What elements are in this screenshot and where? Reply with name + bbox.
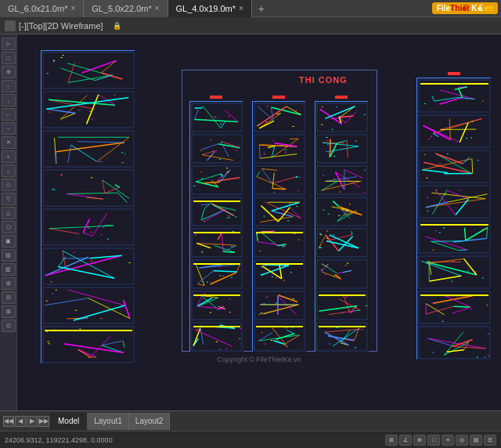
toolbar-btn-9[interactable]: ○ <box>2 164 16 177</box>
toolbar-btn-1[interactable]: □ <box>2 52 16 64</box>
toolbar-btn-16[interactable]: ▥ <box>2 263 16 276</box>
nav-last-button[interactable]: ▶▶ <box>38 416 49 427</box>
copyright-text: Copyright © FileThietKe.vn <box>217 356 301 363</box>
red-mark-4 <box>335 96 348 99</box>
status-icon-2[interactable]: ∠ <box>399 435 412 446</box>
toolbar-btn-2[interactable]: ⊕ <box>2 66 16 78</box>
view-header: [-][Top][2D Wireframe] 🔒 <box>0 17 501 34</box>
status-icon-7[interactable]: ▤ <box>470 435 482 446</box>
main-area: ▷ □ ⊕ ↑ ↓ ← → ✕ + ○ ◇ ▽ △ ⬡ ▣ ▤ ▥ ⊞ ⊟ ⊠ … <box>0 34 501 410</box>
layout1-tab[interactable]: Layout1 <box>88 413 129 430</box>
red-mark-5 <box>448 72 460 75</box>
drawing-column-4 <box>315 101 368 352</box>
coordinates-display: 24206.9312, 119221.4298, 0.0000 <box>5 436 113 444</box>
view-title: [-][Top][2D Wireframe] <box>19 21 103 31</box>
toolbar-btn-5[interactable]: ← <box>2 108 16 121</box>
view-mode-icon <box>5 20 16 31</box>
tab-gl-6[interactable]: GL_6.0x21.0m* × <box>0 0 84 17</box>
title-bar: GL_6.0x21.0m* × GL_5.0x22.0m* × GL_4.0x1… <box>0 0 501 17</box>
layout2-tab[interactable]: Layout2 <box>129 413 171 430</box>
toolbar-btn-10[interactable]: ◇ <box>2 179 16 191</box>
tab-gl-4[interactable]: GL_4.0x19.0m* × <box>168 0 252 17</box>
status-icons: ⊞ ∠ ⊕ □ ≡ ◎ ▤ ☰ <box>385 435 496 446</box>
toolbar-btn-14[interactable]: ▣ <box>2 235 16 247</box>
toolbar-btn-8[interactable]: + <box>2 150 16 163</box>
drawing-column-3 <box>252 101 305 352</box>
status-icon-3[interactable]: ⊕ <box>413 435 426 446</box>
nav-first-button[interactable]: ◀◀ <box>3 416 14 427</box>
toolbar-btn-19[interactable]: ⊠ <box>2 305 16 318</box>
new-tab-button[interactable]: + <box>252 2 271 15</box>
tab-gl-5[interactable]: GL_5.0x22.0m* × <box>84 0 168 17</box>
thi-cong-label: THI CONG <box>299 75 348 85</box>
drawing-column-2 <box>189 101 243 352</box>
tab-label: GL_6.0x21.0m* <box>8 4 67 13</box>
status-icon-1[interactable]: ⊞ <box>385 435 398 446</box>
toolbar-btn-3[interactable]: ↑ <box>2 80 16 92</box>
toolbar-btn-12[interactable]: △ <box>2 207 16 219</box>
nav-prev-button[interactable]: ◀ <box>15 416 26 427</box>
viewport-lock-icon[interactable]: 🔒 <box>113 22 121 30</box>
nav-next-button[interactable]: ▶ <box>27 416 38 427</box>
status-bar: 24206.9312, 119221.4298, 0.0000 ⊞ ∠ ⊕ □ … <box>0 431 501 448</box>
status-icon-5[interactable]: ≡ <box>442 435 454 446</box>
tab-close-icon[interactable]: × <box>239 4 243 13</box>
toolbar-btn-13[interactable]: ⬡ <box>2 221 16 233</box>
toolbar-btn-6[interactable]: → <box>2 122 16 135</box>
bottom-tabs-bar: ◀◀ ◀ ▶ ▶▶ Model Layout1 Layout2 <box>0 410 501 431</box>
left-toolbar: ▷ □ ⊕ ↑ ↓ ← → ✕ + ○ ◇ ▽ △ ⬡ ▣ ▤ ▥ ⊞ ⊟ ⊠ … <box>0 34 17 410</box>
tab-label: GL_4.0x19.0m* <box>176 4 236 13</box>
toolbar-btn-11[interactable]: ▽ <box>2 193 16 205</box>
tab-close-icon[interactable]: × <box>70 4 75 13</box>
toolbar-btn-4[interactable]: ↓ <box>2 94 16 107</box>
status-icon-8[interactable]: ☰ <box>484 435 496 446</box>
tab-label: GL_5.0x22.0m* <box>92 4 151 13</box>
canvas-area: THI CONG Copyright © FileThietKe.vn <box>17 34 501 410</box>
status-icon-6[interactable]: ◎ <box>456 435 468 446</box>
toolbar-btn-0[interactable]: ▷ <box>2 38 16 50</box>
toolbar-btn-7[interactable]: ✕ <box>2 136 16 149</box>
red-mark-3 <box>272 96 285 99</box>
toolbar-btn-20[interactable]: ⊡ <box>2 320 16 332</box>
red-mark-2 <box>210 96 222 99</box>
drawing-column-5 <box>416 78 491 359</box>
status-icon-4[interactable]: □ <box>427 435 440 446</box>
tab-close-icon[interactable]: × <box>155 4 160 13</box>
model-tab[interactable]: Model <box>50 413 88 430</box>
toolbar-btn-18[interactable]: ⊟ <box>2 291 16 304</box>
site-logo: FileThiết Kế.vn <box>432 2 498 14</box>
drawing-column-1 <box>41 50 135 363</box>
toolbar-btn-15[interactable]: ▤ <box>2 249 16 262</box>
toolbar-btn-17[interactable]: ⊞ <box>2 277 16 290</box>
